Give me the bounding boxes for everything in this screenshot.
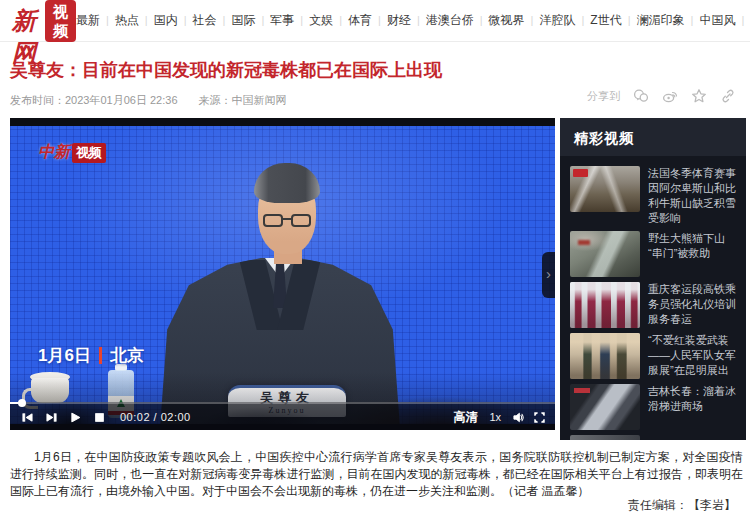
nav-item[interactable]: 社会 (178, 12, 217, 29)
nav-item[interactable]: 文娱 (294, 12, 333, 29)
overlay-date: 1月6日 (38, 344, 91, 367)
featured-videos-sidebar: 精彩视频 法国冬季体育赛事因阿尔卑斯山和比利牛斯山缺乏积雪受影响 野生大熊猫下山… (560, 118, 746, 440)
wechat-icon[interactable] (633, 88, 649, 104)
video-title[interactable]: 野生大熊猫下山“串门”被救助 (648, 231, 738, 277)
speaker-figure (10, 126, 555, 424)
date-location-overlay: 1月6日 北京 (38, 344, 144, 367)
nav-item[interactable]: 中国新视野 (735, 12, 750, 29)
progress-bar[interactable] (10, 402, 555, 404)
nav-item[interactable]: 最新 (76, 12, 100, 29)
link-icon[interactable] (720, 88, 736, 104)
share-row: 分享到 (587, 88, 736, 104)
nav-item[interactable]: Z世代 (575, 12, 621, 29)
video-thumbnail[interactable] (570, 282, 640, 328)
progress-handle[interactable] (18, 399, 26, 407)
video-player[interactable]: 中新 视频 1月6日 (10, 118, 555, 430)
quality-button[interactable]: 高清 (453, 409, 477, 426)
sidebar-video-item[interactable]: 野生大熊猫下山“串门”被救助 (570, 231, 738, 277)
publish-time: 发布时间：2023年01月06日 22:36 (10, 94, 178, 106)
nav-item[interactable]: 微视界 (474, 12, 525, 29)
sidebar-video-item[interactable]: 重庆客运段高铁乘务员强化礼仪培训服务春运 (570, 282, 738, 328)
overlay-divider-bar (99, 347, 102, 364)
editor-credit: 责任编辑：【李岩】 (628, 497, 736, 514)
sidebar-video-item[interactable]: 吉林长春：溜着冰滑梯进商场 (570, 384, 738, 430)
playback-speed-button[interactable]: 1x (489, 411, 501, 423)
video-thumbnail[interactable] (570, 384, 640, 430)
partial-video-thumbnail (570, 435, 640, 440)
favorite-star-icon[interactable] (691, 88, 707, 104)
nav-item[interactable]: 国际 (217, 12, 256, 29)
playlist-toggle-tab[interactable]: › (542, 252, 555, 298)
nav-item[interactable]: 洋腔队 (525, 12, 576, 29)
next-button[interactable] (46, 412, 57, 423)
nav-item[interactable]: 财经 (372, 12, 411, 29)
nav-item[interactable]: 港澳台侨 (411, 12, 474, 29)
share-label: 分享到 (587, 89, 620, 104)
site-header: 中新网 视频 最新热点国内社会国际军事文娱体育财经港澳台侨微视界洋腔队Z世代澜湄… (0, 0, 750, 42)
nav-item[interactable]: 体育 (333, 12, 372, 29)
sidebar-video-item[interactable]: “不爱红装爱武装——人民军队女军服展”在昆明展出 (570, 333, 738, 379)
volume-icon[interactable] (513, 412, 524, 423)
play-button[interactable] (70, 412, 81, 423)
video-title[interactable]: “不爱红装爱武装——人民军队女军服展”在昆明展出 (648, 333, 738, 379)
previous-button[interactable] (22, 412, 33, 423)
video-title[interactable]: 吉林长春：溜着冰滑梯进商场 (648, 384, 738, 430)
video-title[interactable]: 法国冬季体育赛事因阿尔卑斯山和比利牛斯山缺乏积雪受影响 (648, 166, 738, 226)
sidebar-title: 精彩视频 (560, 118, 746, 156)
video-thumbnail[interactable] (570, 333, 640, 379)
nav-item[interactable]: 澜湄印象 (622, 12, 685, 29)
nav-item[interactable]: 国内 (139, 12, 178, 29)
sidebar-video-item[interactable]: 法国冬季体育赛事因阿尔卑斯山和比利牛斯山缺乏积雪受影响 (570, 166, 738, 226)
sidebar-video-list: 法国冬季体育赛事因阿尔卑斯山和比利牛斯山缺乏积雪受影响 野生大熊猫下山“串门”被… (560, 156, 746, 430)
nav-item[interactable]: 中国风 (685, 12, 736, 29)
nav-item[interactable]: 军事 (255, 12, 294, 29)
main-nav: 最新热点国内社会国际军事文娱体育财经港澳台侨微视界洋腔队Z世代澜湄印象中国风中国… (76, 12, 750, 29)
speaker-hair (254, 163, 320, 203)
fullscreen-button[interactable] (534, 412, 545, 423)
article-source: 来源：中国新闻网 (199, 94, 287, 106)
nav-item[interactable]: 热点 (100, 12, 139, 29)
speaker-glasses (262, 214, 312, 228)
video-frame[interactable]: 中新 视频 1月6日 (10, 126, 555, 424)
video-thumbnail[interactable] (570, 231, 640, 277)
overlay-location: 北京 (110, 344, 144, 367)
logo-video-badge: 视频 (45, 0, 76, 42)
page: 中新网 视频 最新热点国内社会国际军事文娱体育财经港澳台侨微视界洋腔队Z世代澜湄… (0, 0, 750, 516)
player-controls: 00:02 / 02:00 高清 1x (10, 402, 555, 430)
weibo-icon[interactable] (662, 88, 678, 104)
video-title[interactable]: 重庆客运段高铁乘务员强化礼仪培训服务春运 (648, 282, 738, 328)
stop-button[interactable] (94, 412, 105, 423)
article-body: 1月6日，在中国防疫政策专题吹风会上，中国疾控中心流行病学首席专家吴尊友表示，国… (10, 449, 743, 500)
article-meta: 发布时间：2023年01月06日 22:36 来源：中国新闻网 (10, 93, 287, 108)
article-title: 吴尊友：目前在中国发现的新冠毒株都已在国际上出现 (10, 58, 442, 82)
video-thumbnail[interactable] (570, 166, 640, 212)
time-display: 00:02 / 02:00 (120, 411, 191, 423)
